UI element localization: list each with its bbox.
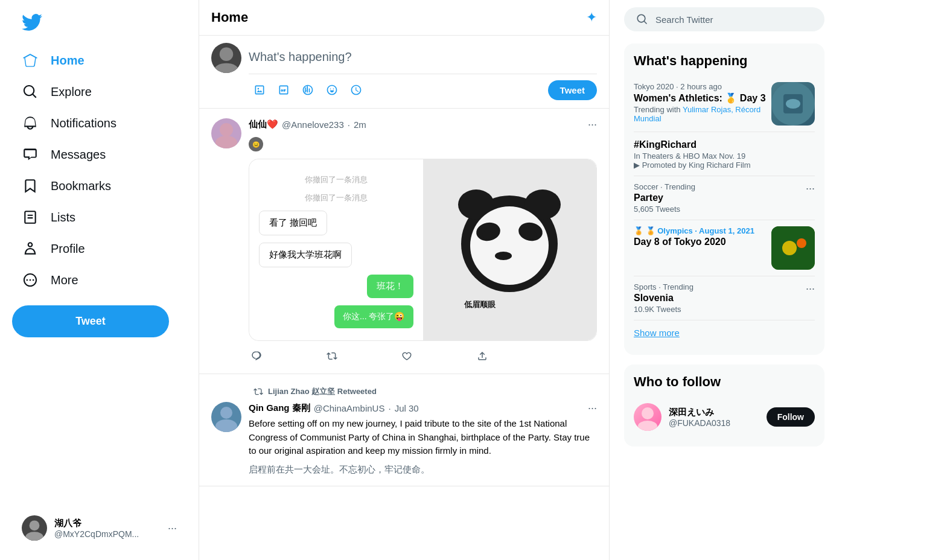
search-bar[interactable]: [624, 7, 824, 31]
trending-meta-0: Tokyo 2020 · 2 hours ago: [634, 82, 767, 91]
messages-icon: [22, 146, 39, 163]
compose-right: What's happening? Tweet: [249, 43, 597, 101]
trending-meta-3: 🏅 🏅 Olympics · August 1, 2021: [634, 226, 767, 235]
trending-item-3[interactable]: 🏅 🏅 Olympics · August 1, 2021 Day 8 of T…: [634, 220, 815, 276]
twitter-logo[interactable]: [12, 5, 186, 42]
user-more-button[interactable]: ···: [168, 522, 177, 535]
tweet2-author-name: Qin Gang 秦刚: [249, 402, 310, 414]
compose-placeholder[interactable]: What's happening?: [249, 43, 597, 71]
user-info: 湖八爷 @MxY2CqDmxPQM...: [54, 518, 161, 539]
retweet-indicator: Lijian Zhao 赵立坚 Retweeted: [211, 384, 597, 397]
follow-item-0: 深田えいみ @FUKADA0318 Follow: [634, 397, 815, 437]
tweet-card[interactable]: 仙仙❤️ @Annelove233 · 2m ··· 😐 你撤回了一条消息 你: [199, 109, 609, 374]
compose-gif-button[interactable]: [273, 79, 295, 101]
trending-item-2[interactable]: Soccer · Trending Partey 5,605 Tweets ··…: [634, 176, 815, 220]
sub-avatar: 😐: [249, 137, 263, 151]
nav-label-lists: Lists: [51, 211, 75, 224]
nav-label-more: More: [51, 273, 78, 287]
trending-sub-0: Trending with Yulimar Rojas, Récord Mund…: [634, 105, 767, 123]
nav-item-lists[interactable]: Lists: [12, 202, 186, 233]
trending-item-0[interactable]: Tokyo 2020 · 2 hours ago Women's Athleti…: [634, 76, 815, 132]
tweet-header: 仙仙❤️ @Annelove233 · 2m ··· 😐 你撤回了一条消息 你: [211, 118, 597, 364]
who-to-follow-title: Who to follow: [634, 374, 815, 390]
main-nav: Home Explore Notifications Messages Book: [12, 45, 186, 296]
user-display-name: 湖八爷: [54, 518, 161, 529]
nav-item-messages[interactable]: Messages: [12, 139, 186, 170]
svg-point-3: [214, 63, 238, 73]
tweet-avatar: [211, 118, 241, 148]
compose-tweet-button[interactable]: Tweet: [548, 80, 597, 100]
tweet-author-handle: @Annelove233: [282, 119, 344, 130]
nav-item-explore[interactable]: Explore: [12, 76, 186, 107]
svg-point-15: [638, 421, 657, 431]
share-button[interactable]: [474, 348, 490, 364]
main-tweet-button[interactable]: Tweet: [12, 305, 169, 337]
trending-sub-1: In Theaters & HBO Max Nov. 19: [634, 151, 815, 161]
nav-label-profile: Profile: [51, 242, 85, 256]
search-input[interactable]: [655, 14, 812, 25]
retweet-label: Lijian Zhao 赵立坚 Retweeted: [268, 386, 377, 397]
page-title: Home: [211, 10, 248, 25]
nav-label-messages: Messages: [51, 148, 106, 162]
compose-emoji-button[interactable]: [321, 79, 343, 101]
trending-promoted-1: ▶ Promoted by King Richard Film: [634, 161, 815, 170]
tweet2-text: Before setting off on my new journey, I …: [249, 417, 597, 458]
search-icon: [636, 13, 648, 25]
svg-point-14: [642, 407, 654, 419]
nav-item-bookmarks[interactable]: Bookmarks: [12, 170, 186, 202]
user-handle: @MxY2CqDmxPQM...: [54, 529, 161, 539]
nav-item-more[interactable]: More: [12, 264, 186, 296]
trending-meta-2: Soccer · Trending: [634, 182, 695, 191]
like-button[interactable]: [399, 348, 415, 364]
svg-point-0: [30, 520, 40, 530]
user-avatar: [22, 515, 47, 541]
tweet2-text2: 启程前在共一大会址。不忘初心，牢记使命。: [249, 463, 597, 477]
svg-point-4: [220, 123, 233, 136]
tweet-body: 仙仙❤️ @Annelove233 · 2m ··· 😐 你撤回了一条消息 你: [249, 118, 597, 364]
compose-poll-button[interactable]: [297, 79, 319, 101]
tweet-more-button[interactable]: ···: [588, 118, 597, 131]
trending-sub-2: 5,605 Tweets: [634, 205, 695, 214]
compose-actions: Tweet: [249, 74, 597, 101]
svg-point-7: [215, 419, 237, 432]
trending-topic-0: Women's Athletics: 🥇 Day 3: [634, 92, 767, 104]
nav-item-home[interactable]: Home: [12, 45, 186, 76]
tweet2-author-handle: @ChinaAmbinUS: [314, 403, 385, 413]
lists-icon: [22, 209, 39, 226]
trending-item-4[interactable]: Sports · Trending Slovenia 10.9K Tweets …: [634, 276, 815, 320]
user-profile-area[interactable]: 湖八爷 @MxY2CqDmxPQM... ···: [12, 508, 186, 548]
trending-sub-4: 10.9K Tweets: [634, 305, 693, 314]
nav-label-home: Home: [51, 54, 84, 68]
tweet-time: 2m: [354, 119, 366, 130]
trending-thumbnail-0: [771, 82, 815, 126]
tweet2-time: Jul 30: [395, 403, 419, 413]
nav-item-profile[interactable]: Profile: [12, 233, 186, 264]
sparkle-icon[interactable]: ✦: [586, 10, 597, 25]
tweet2-more-button[interactable]: ···: [588, 402, 597, 415]
tweet2-body: Qin Gang 秦刚 @ChinaAmbinUS · Jul 30 ··· B…: [249, 402, 597, 476]
trending-thumbnail-3: [771, 226, 815, 270]
nav-label-notifications: Notifications: [51, 116, 116, 130]
show-more-link[interactable]: Show more: [634, 320, 815, 345]
tweet2-meta: Qin Gang 秦刚 @ChinaAmbinUS · Jul 30 ···: [249, 402, 597, 415]
tweet-card-retweet[interactable]: Lijian Zhao 赵立坚 Retweeted Qin Gang 秦刚 @C…: [199, 374, 609, 486]
compose-media-button[interactable]: [249, 79, 270, 101]
reply-button[interactable]: [249, 348, 264, 364]
tweet-author-name: 仙仙❤️: [249, 119, 278, 130]
trending-meta-4: Sports · Trending: [634, 282, 693, 291]
nav-item-notifications[interactable]: Notifications: [12, 107, 186, 139]
follow-handle-0: @FUKADA0318: [669, 418, 759, 428]
compose-schedule-button[interactable]: [345, 79, 367, 101]
follow-button-0[interactable]: Follow: [767, 407, 815, 427]
bell-icon: [22, 115, 39, 132]
trending-more-2[interactable]: ···: [806, 182, 815, 195]
trending-more-4[interactable]: ···: [806, 282, 815, 295]
tweet2-avatar: [211, 402, 241, 432]
retweet-button[interactable]: [324, 348, 340, 364]
svg-point-1: [25, 532, 43, 541]
trending-topic-4: Slovenia: [634, 293, 693, 304]
compose-area: What's happening? Tweet: [199, 36, 609, 109]
bookmark-icon: [22, 177, 39, 194]
trending-item-1[interactable]: #KingRichard In Theaters & HBO Max Nov. …: [634, 132, 815, 176]
trending-topic-3: Day 8 of Tokyo 2020: [634, 237, 767, 247]
